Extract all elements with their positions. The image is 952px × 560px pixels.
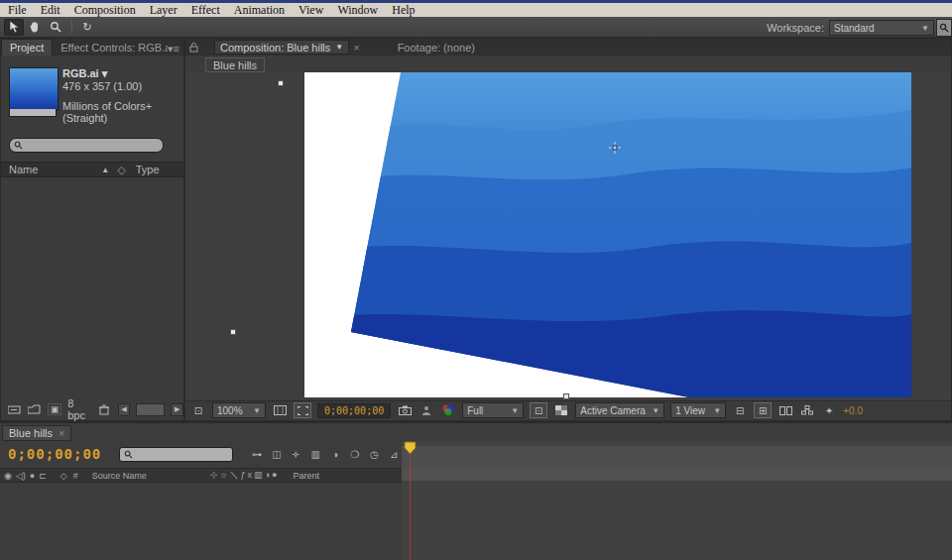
- project-search-field[interactable]: [9, 138, 164, 153]
- time-ruler[interactable]: [402, 446, 952, 469]
- magnification-dropdown[interactable]: 100%▼: [212, 402, 266, 418]
- always-preview-icon[interactable]: ⊡: [190, 403, 206, 417]
- hand-tool[interactable]: [25, 19, 45, 36]
- show-snapshot-icon[interactable]: [418, 403, 434, 417]
- video-column-icon[interactable]: ◉: [4, 471, 12, 481]
- parent-column[interactable]: Parent: [293, 471, 319, 481]
- viewer-subtab-blue-hills[interactable]: Blue hills: [205, 57, 265, 72]
- lock-views-icon[interactable]: ⊞: [754, 402, 772, 418]
- lock-column-icon[interactable]: ⊏: [39, 471, 47, 481]
- column-type[interactable]: Type: [136, 164, 160, 175]
- menu-file[interactable]: File: [8, 3, 27, 18]
- fast-previews-icon[interactable]: ✦: [821, 403, 837, 417]
- search-icon: [939, 23, 949, 33]
- active-camera-dropdown[interactable]: Active Camera▼: [575, 402, 664, 418]
- hide-shy-layers-icon[interactable]: 🝊: [289, 447, 304, 462]
- scrollbar-right-arrow[interactable]: ▶: [171, 403, 183, 416]
- color-depth-icon[interactable]: ▣: [48, 403, 62, 415]
- number-column-label[interactable]: #: [73, 471, 78, 481]
- switches-column-icons[interactable]: ⊹☼＼ƒx▥◑●: [210, 469, 280, 482]
- composition-panel: Composition: Blue hills ▼ × Footage: (no…: [184, 38, 952, 421]
- safe-margins-icon[interactable]: [272, 403, 288, 417]
- scrollbar-thumb[interactable]: [136, 403, 165, 416]
- toolbar-separator: [71, 20, 72, 34]
- selection-tool[interactable]: [4, 19, 24, 36]
- project-list-header[interactable]: Name ▲ ◇ Type: [1, 162, 183, 177]
- tab-footage[interactable]: Footage: (none): [390, 40, 483, 56]
- project-footer: ▣ 8 bpc ◀ ▶: [1, 401, 183, 417]
- snapshot-camera-icon[interactable]: [397, 403, 413, 417]
- tab-project[interactable]: Project: [1, 39, 53, 56]
- menu-window[interactable]: Window: [337, 3, 378, 18]
- timeline-tab-blue-hills[interactable]: Blue hills ×: [2, 425, 71, 441]
- view-layout-dropdown[interactable]: 1 View▼: [670, 402, 726, 418]
- timeline-search-field[interactable]: [119, 447, 233, 462]
- preview-name: RGB.ai ▾: [62, 67, 107, 80]
- composition-tab-label: Composition: Blue hills: [220, 42, 330, 54]
- composition-mini-flowchart-icon[interactable]: ⊶: [249, 447, 265, 462]
- menu-bar: FileEditCompositionLayerEffectAnimationV…: [0, 3, 952, 17]
- region-of-interest-icon[interactable]: [294, 402, 311, 418]
- playhead[interactable]: [404, 441, 416, 455]
- source-name-column[interactable]: Source Name: [92, 471, 147, 481]
- column-name[interactable]: Name: [9, 164, 38, 175]
- chevron-down-icon[interactable]: ▾: [99, 67, 108, 79]
- share-view-icon[interactable]: ⊟: [732, 403, 748, 417]
- transparency-grid-icon[interactable]: [553, 403, 569, 417]
- menu-view[interactable]: View: [298, 3, 323, 18]
- project-tabstrip: Project Effect Controls: RGB.a ▾≡: [1, 39, 183, 56]
- pixel-aspect-correction-icon[interactable]: [777, 403, 793, 417]
- viewer-timecode[interactable]: 0;00;00;00: [317, 403, 391, 418]
- target-region-icon[interactable]: ⊡: [530, 402, 547, 418]
- panel-menu-icon[interactable]: ▾≡: [168, 43, 183, 56]
- workspace-search-button[interactable]: [936, 19, 952, 37]
- current-time-display[interactable]: 0;00;00;00: [8, 446, 101, 462]
- show-channel-icon[interactable]: [440, 403, 456, 417]
- menu-animation[interactable]: Animation: [234, 3, 285, 18]
- motion-blur-icon[interactable]: ◑: [327, 447, 343, 462]
- menu-help[interactable]: Help: [392, 3, 415, 18]
- chevron-down-icon: ▼: [335, 43, 343, 52]
- menu-edit[interactable]: Edit: [41, 3, 60, 18]
- exposure-value[interactable]: +0.0: [843, 405, 863, 416]
- mini-flowchart-icon[interactable]: [799, 403, 815, 417]
- work-area-bar[interactable]: [402, 468, 952, 481]
- close-icon[interactable]: ×: [353, 42, 359, 54]
- close-icon[interactable]: ×: [59, 427, 64, 439]
- rotation-tool[interactable]: ↻: [77, 19, 97, 36]
- brainstorm-icon[interactable]: ❍: [347, 447, 363, 462]
- label-column-icon[interactable]: ◇: [60, 471, 67, 481]
- menu-effect[interactable]: Effect: [191, 3, 220, 18]
- menu-layer[interactable]: Layer: [150, 3, 178, 18]
- resolution-dropdown[interactable]: Full▼: [462, 402, 524, 418]
- timeline-tab-label: Blue hills: [9, 427, 53, 439]
- solo-column-icon[interactable]: ●: [30, 471, 35, 481]
- menu-composition[interactable]: Composition: [74, 3, 136, 18]
- trash-icon[interactable]: [97, 402, 111, 416]
- draft-3d-icon[interactable]: ◫: [269, 447, 285, 462]
- audio-column-icon[interactable]: ◁): [16, 471, 26, 481]
- label-column-icon[interactable]: ◇: [117, 164, 125, 176]
- frame-blending-icon[interactable]: ▥: [307, 447, 323, 462]
- tab-composition[interactable]: Composition: Blue hills ▼: [214, 40, 349, 55]
- playhead-line: [410, 446, 411, 560]
- timeline-track-area[interactable]: [402, 441, 952, 560]
- auto-keyframe-icon[interactable]: ◷: [367, 447, 383, 462]
- project-panel: Project Effect Controls: RGB.a ▾≡ RGB.ai…: [0, 38, 184, 421]
- workspace-dropdown[interactable]: Standard ▼: [829, 20, 934, 36]
- workspace-control: Workspace: Standard ▼: [767, 20, 934, 36]
- viewer-toolbar: ⊡ 100%▼ 0;00;00;00 Full▼ ⊡ Active Camera…: [186, 400, 951, 419]
- scrollbar-left-arrow[interactable]: ◀: [118, 403, 131, 416]
- footage-preview: RGB.ai ▾ 476 x 357 (1.00) Millions of Co…: [1, 56, 183, 133]
- composition-viewport[interactable]: [186, 72, 951, 401]
- zoom-tool[interactable]: [46, 19, 65, 36]
- project-bpc-label[interactable]: 8 bpc: [67, 397, 91, 421]
- tab-effect-controls[interactable]: Effect Controls: RGB.a: [53, 40, 168, 56]
- footage-thumbnail[interactable]: [9, 67, 59, 111]
- new-folder-icon[interactable]: [27, 402, 41, 416]
- lock-icon[interactable]: [189, 43, 198, 53]
- sort-asc-icon[interactable]: ▲: [101, 166, 109, 174]
- graph-editor-icon[interactable]: ⊿: [386, 447, 402, 462]
- interpret-footage-icon[interactable]: [7, 402, 21, 416]
- search-icon: [14, 141, 23, 150]
